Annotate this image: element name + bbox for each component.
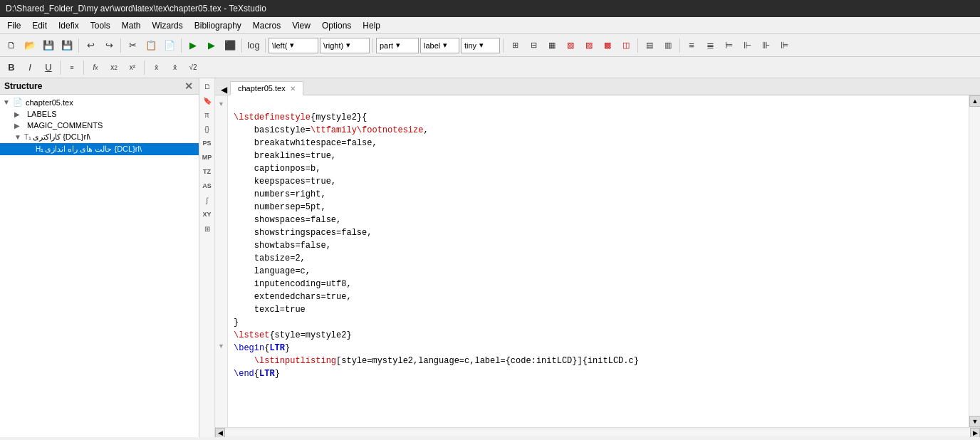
cut-button[interactable]: ✂ xyxy=(124,37,141,54)
bottom-scrollbar[interactable]: ◀ ▶ xyxy=(215,427,980,437)
menu-options[interactable]: Options xyxy=(316,19,357,32)
table-icon-7[interactable]: ◫ xyxy=(617,37,635,54)
redo-button[interactable]: ↪ xyxy=(100,37,118,54)
compile-button[interactable]: ▶ xyxy=(184,37,202,54)
tree-item-labels[interactable]: ▶ LABELS xyxy=(0,108,199,120)
tree-arrow-labels[interactable]: ▶ xyxy=(14,110,24,118)
table-icon-5[interactable]: ▨ xyxy=(580,37,598,54)
menu-idefix[interactable]: Idefix xyxy=(53,19,85,32)
undo-button[interactable]: ↩ xyxy=(82,37,99,54)
subscript-button[interactable]: x2 xyxy=(105,59,123,76)
tree-arrow-root[interactable]: ▼ xyxy=(3,98,13,106)
underline-button[interactable]: U xyxy=(40,59,57,76)
paste-button[interactable]: 📄 xyxy=(161,37,178,54)
bookmark-icon[interactable]: 🔖 xyxy=(201,94,214,107)
as-label[interactable]: AS xyxy=(201,179,214,192)
label-dropdown[interactable]: label ▾ xyxy=(420,38,459,53)
tz-label[interactable]: TZ xyxy=(201,165,214,178)
bold-button[interactable]: B xyxy=(3,59,20,76)
frac-button[interactable]: x̄ xyxy=(147,59,165,76)
save-all-button[interactable]: 💾 xyxy=(58,37,75,54)
overline-button[interactable]: x̆ xyxy=(166,59,183,76)
superscript-button[interactable]: x² xyxy=(124,59,141,76)
tree-item-lrLCD[interactable]: ▼ T₁ \lr{LCD} کاراکتری xyxy=(0,131,199,143)
layout-icon-2[interactable]: ▥ xyxy=(660,37,677,54)
save-button[interactable]: 💾 xyxy=(40,37,57,54)
table-icon-2[interactable]: ⊟ xyxy=(525,37,542,54)
line-21: \end{LTR} xyxy=(234,369,280,379)
menu-macros[interactable]: Macros xyxy=(247,19,286,32)
tree-label-initLCD: \lr{LCD} حالت های راه اندازی xyxy=(45,145,142,154)
page-icon[interactable]: 🗋 xyxy=(201,80,214,93)
tree-item-initLCD[interactable]: H₁ \lr{LCD} حالت های راه اندازی xyxy=(0,143,199,155)
menu-edit[interactable]: Edit xyxy=(26,19,53,32)
size-dropdown[interactable]: tiny ▾ xyxy=(461,38,500,53)
menu-bibliography[interactable]: Bibliography xyxy=(189,19,247,32)
part-arrow: ▾ xyxy=(396,41,400,50)
menu-wizards[interactable]: Wizards xyxy=(146,19,188,32)
scroll-track[interactable] xyxy=(969,107,980,416)
label-value: label xyxy=(424,41,440,50)
table-icon-6[interactable]: ▩ xyxy=(599,37,616,54)
fx-button[interactable]: fx xyxy=(87,59,104,76)
table-icon-3[interactable]: ▦ xyxy=(543,37,561,54)
mp-label[interactable]: MP xyxy=(201,151,214,164)
open-file-button[interactable]: 📂 xyxy=(21,37,38,54)
integral-icon[interactable]: ∫ xyxy=(201,194,214,206)
align-icon-2[interactable]: ≣ xyxy=(702,37,719,54)
part-dropdown[interactable]: part ▾ xyxy=(376,38,419,53)
right-paren-dropdown[interactable]: \right) ▾ xyxy=(320,38,370,53)
code-content[interactable]: \lstdefinestyle{mystyle2}{ basicstyle=\t… xyxy=(228,95,969,427)
menu-tools[interactable]: Tools xyxy=(85,19,116,32)
pi-icon[interactable]: π xyxy=(201,108,214,121)
scroll-right-button[interactable]: ▶ xyxy=(970,428,980,438)
table-icon-4[interactable]: ▧ xyxy=(562,37,579,54)
scroll-up-button[interactable]: ▲ xyxy=(969,95,980,107)
file-icon: 📄 xyxy=(13,98,23,107)
menu-help[interactable]: Help xyxy=(357,19,386,32)
run-button[interactable]: ▶ xyxy=(203,37,220,54)
tab-nav-back[interactable]: ◀ xyxy=(218,85,230,95)
menu-view[interactable]: View xyxy=(286,19,316,32)
copy-button[interactable]: 📋 xyxy=(142,37,160,54)
ps-label[interactable]: PS xyxy=(201,137,214,150)
hscroll-track[interactable] xyxy=(225,430,970,436)
line-15: extendedchars=true, xyxy=(234,292,352,302)
tree-arrow-lrLCD[interactable]: ▼ xyxy=(14,133,24,141)
log-button[interactable]: log xyxy=(245,37,262,54)
scroll-left-button[interactable]: ◀ xyxy=(215,428,225,438)
editor-area[interactable]: ▼ xyxy=(215,95,980,427)
tab-close-chapter05[interactable]: ✕ xyxy=(290,85,296,93)
editor-container: ◀ chapter05.tex ✕ ▼ xyxy=(215,78,980,437)
left-paren-dropdown[interactable]: \left( ▾ xyxy=(269,38,318,53)
size-value: tiny xyxy=(464,41,476,50)
fold-arrow-1[interactable]: ▼ xyxy=(216,98,227,110)
layout-icon-1[interactable]: ▤ xyxy=(641,37,658,54)
tree-item-root[interactable]: ▼ 📄 chapter05.tex xyxy=(0,96,199,108)
menu-math[interactable]: Math xyxy=(116,19,147,32)
sqrt-button[interactable]: √2 xyxy=(184,59,202,76)
scroll-down-button[interactable]: ▼ xyxy=(969,416,980,427)
sep9 xyxy=(679,38,680,53)
right-scrollbar[interactable]: ▲ ▼ xyxy=(969,95,980,427)
new-file-button[interactable]: 🗋 xyxy=(3,37,20,54)
menu-file[interactable]: File xyxy=(1,19,26,32)
structure-close-button[interactable]: ✕ xyxy=(183,80,194,92)
xy-label[interactable]: XY xyxy=(201,208,214,221)
align-icon-6[interactable]: ⊫ xyxy=(776,37,793,54)
tree-arrow-magic[interactable]: ▶ xyxy=(14,122,24,130)
align-icon-4[interactable]: ⊩ xyxy=(739,37,756,54)
table-icon-1[interactable]: ⊞ xyxy=(506,37,523,54)
scroll-bar-btn[interactable]: ≡ xyxy=(63,59,80,76)
tree-item-magic[interactable]: ▶ MAGIC_COMMENTS xyxy=(0,120,199,131)
italic-button[interactable]: I xyxy=(21,59,38,76)
align-icon-3[interactable]: ⊨ xyxy=(720,37,737,54)
align-icon-1[interactable]: ≡ xyxy=(683,37,700,54)
braces-icon[interactable]: {} xyxy=(201,122,214,135)
align-icon-5[interactable]: ⊪ xyxy=(757,37,774,54)
tab-chapter05[interactable]: chapter05.tex ✕ xyxy=(230,81,303,95)
puzzle-icon[interactable]: ⊞ xyxy=(201,222,214,235)
line-13: language=c, xyxy=(234,266,311,276)
fold-arrow-begin[interactable]: ▼ xyxy=(216,340,227,352)
stop-button[interactable]: ⬛ xyxy=(221,37,239,54)
